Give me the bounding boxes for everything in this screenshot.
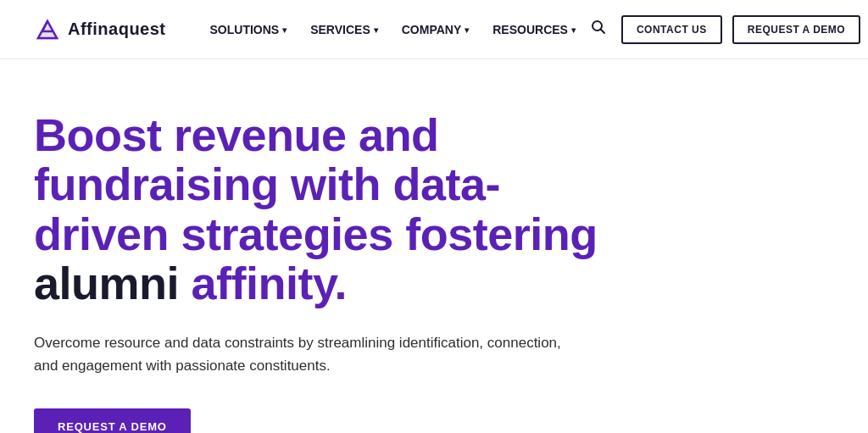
- site-header: Affinaquest SOLUTIONS ▾ SERVICES ▾ COMPA…: [0, 0, 868, 59]
- chevron-down-icon: ▾: [374, 25, 378, 35]
- chevron-down-icon: ▾: [571, 25, 576, 35]
- contact-us-button[interactable]: CONTACT US: [621, 15, 722, 44]
- nav-actions: CONTACT US REQUEST A DEMO: [586, 14, 860, 44]
- search-icon: [591, 19, 606, 35]
- nav-resources[interactable]: RESOURCES ▾: [482, 16, 586, 43]
- logo-icon: [34, 16, 61, 43]
- hero-headline-suffix: affinity.: [179, 258, 347, 308]
- nav-company[interactable]: COMPANY ▾: [392, 16, 480, 43]
- hero-alumni-word: alumni: [34, 258, 179, 308]
- nav-solutions[interactable]: SOLUTIONS ▾: [200, 16, 298, 43]
- chevron-down-icon: ▾: [282, 25, 287, 35]
- hero-subtext: Overcome resource and data constraints b…: [34, 331, 576, 377]
- main-nav: SOLUTIONS ▾ SERVICES ▾ COMPANY ▾ RESOURC…: [200, 16, 586, 43]
- search-button[interactable]: [586, 14, 611, 44]
- nav-services[interactable]: SERVICES ▾: [300, 16, 388, 43]
- logo-text: Affinaquest: [68, 19, 166, 39]
- request-demo-button-hero[interactable]: REQUEST A DEMO: [34, 408, 191, 433]
- logo-link[interactable]: Affinaquest: [34, 16, 166, 43]
- svg-line-5: [600, 30, 604, 34]
- hero-headline: Boost revenue and fundraising with data-…: [34, 110, 610, 308]
- request-demo-button-header[interactable]: REQUEST A DEMO: [732, 15, 860, 44]
- chevron-down-icon: ▾: [465, 25, 469, 35]
- hero-section: Boost revenue and fundraising with data-…: [0, 59, 644, 433]
- hero-headline-text: Boost revenue and fundraising with data-…: [34, 109, 598, 259]
